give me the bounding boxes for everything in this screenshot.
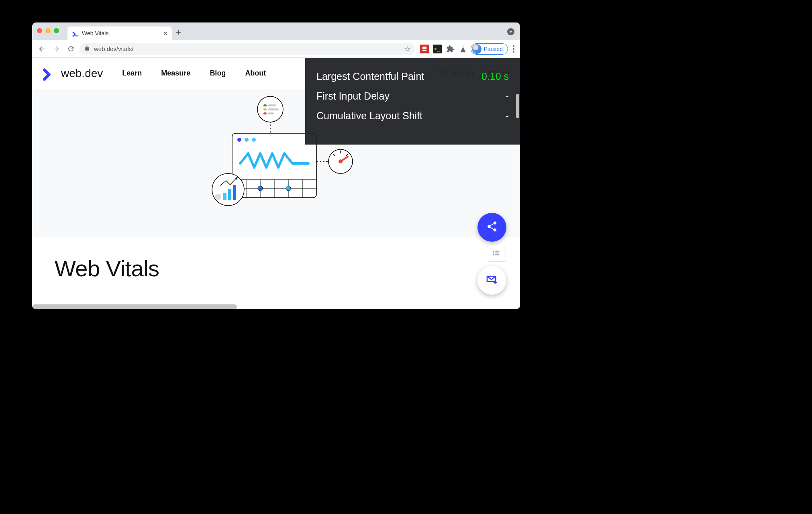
svg-point-10 [237,138,241,142]
vitals-row-lcp: Largest Contentful Paint 0.10 s [316,67,509,86]
svg-rect-31 [228,189,231,200]
lock-icon [84,45,90,52]
tab-title: Web Vitals [82,30,108,37]
svg-rect-38 [495,255,499,255]
fab-stack [475,213,509,295]
browser-tab[interactable]: Web Vitals ✕ [67,27,172,40]
svg-point-12 [252,138,256,142]
vitals-row-fid: First Input Delay - [316,86,509,106]
vitals-label: Cumulative Layout Shift [316,106,422,126]
bookmark-star-icon[interactable]: ☆ [404,45,410,53]
extension-icons: >_ [420,45,467,53]
svg-rect-36 [495,253,499,253]
mail-plus-icon [486,273,498,288]
page-viewport: web.dev Learn Measure Blog About Search [32,58,520,309]
svg-point-35 [493,253,494,254]
vitals-label: First Input Delay [316,86,390,106]
browser-window: Web Vitals ✕ + web.dev/vita [32,22,520,309]
share-icon [486,220,498,234]
browser-menu-button[interactable] [511,45,516,53]
svg-point-21 [286,186,291,191]
svg-point-33 [493,251,494,252]
back-button[interactable] [36,43,47,55]
svg-point-37 [493,254,494,255]
nav-links: Learn Measure Blog About [122,69,266,78]
nav-blog[interactable]: Blog [210,69,226,78]
browser-toolbar: web.dev/vitals/ ☆ >_ Paused [32,40,520,58]
webdev-logo-icon [43,66,57,81]
svg-rect-7 [263,112,267,114]
vitals-value: - [506,86,509,106]
avatar-icon [472,44,481,54]
tab-close-icon[interactable]: ✕ [163,30,168,37]
nav-learn[interactable]: Learn [122,69,142,78]
brand-text: web.dev [61,67,103,80]
horizontal-scrollbar[interactable] [32,304,237,309]
web-vitals-overlay: Largest Contentful Paint 0.10 s First In… [305,58,520,145]
url-text: web.dev/vitals/ [94,45,133,52]
subscribe-button[interactable] [477,266,506,295]
forward-button[interactable] [51,43,62,55]
svg-rect-3 [263,104,267,106]
webdev-favicon-icon [72,30,79,37]
extension-icon-1[interactable] [420,45,429,53]
svg-point-11 [245,138,249,142]
extension-icon-2[interactable]: >_ [433,45,442,53]
svg-rect-6 [268,108,279,110]
nav-measure[interactable]: Measure [161,69,190,78]
page-title: Web Vitals [55,255,498,281]
window-controls [37,28,59,33]
tab-overflow-button[interactable] [507,28,514,35]
svg-point-20 [258,186,263,191]
profile-paused-chip[interactable]: Paused [471,43,508,55]
window-zoom-button[interactable] [54,28,59,33]
vitals-value: - [506,106,509,126]
chevron-down-icon [509,31,512,33]
svg-rect-8 [268,112,274,114]
extensions-puzzle-icon[interactable] [446,45,455,53]
reload-button[interactable] [65,43,76,55]
site-brand[interactable]: web.dev [43,66,103,81]
svg-rect-32 [233,185,236,200]
content-below: Web Vitals [32,237,520,309]
svg-rect-4 [268,104,276,106]
share-button[interactable] [477,213,506,242]
svg-point-29 [215,194,221,200]
tab-strip: Web Vitals ✕ + [32,22,520,40]
svg-rect-5 [263,108,267,110]
window-close-button[interactable] [37,28,42,33]
new-tab-button[interactable]: + [176,27,181,40]
vertical-scrollbar[interactable] [516,94,519,118]
vitals-row-cls: Cumulative Layout Shift - [316,106,509,126]
svg-rect-30 [223,193,226,200]
vitals-value: 0.10 s [481,67,509,86]
address-bar[interactable]: web.dev/vitals/ ☆ [80,43,415,55]
nav-about[interactable]: About [245,69,266,78]
labs-flask-icon[interactable] [459,45,467,53]
window-minimize-button[interactable] [45,28,51,33]
svg-rect-34 [495,251,499,252]
paused-label: Paused [484,46,503,52]
vitals-label: Largest Contentful Paint [316,67,424,86]
list-icon [492,249,501,259]
toc-button[interactable] [487,246,506,262]
